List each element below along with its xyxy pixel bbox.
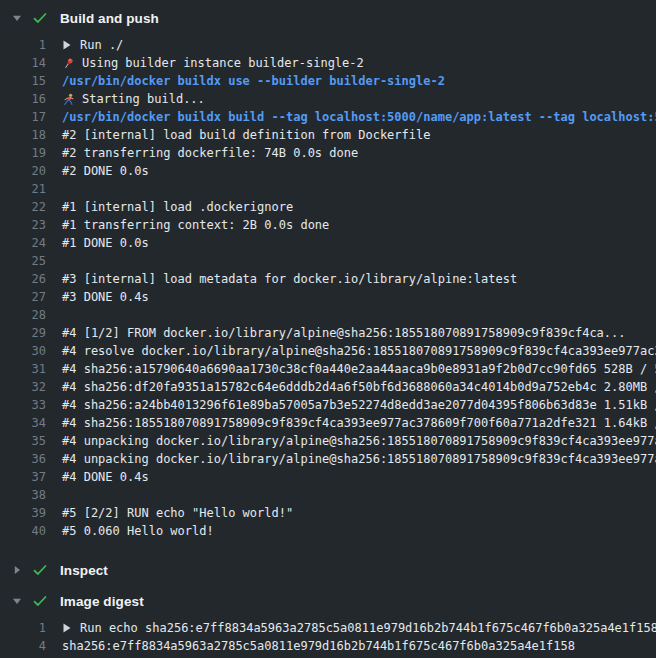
log-line-number[interactable]: 22 bbox=[0, 198, 62, 216]
log-group-header[interactable]: Image digest bbox=[0, 588, 656, 614]
log-line-number[interactable]: 30 bbox=[0, 342, 62, 360]
chevron-down-icon bbox=[12, 596, 22, 606]
group-caret bbox=[10, 13, 32, 23]
log-line-number[interactable]: 4 bbox=[0, 637, 62, 655]
log-line-number[interactable]: 21 bbox=[0, 180, 62, 198]
log-line-number[interactable]: 27 bbox=[0, 288, 62, 306]
log-group: Build and push 1 Run ./ 14 Using builder… bbox=[0, 5, 656, 552]
log-line-text: Run echo sha256:e7ff8834a5963a2785c5a081… bbox=[62, 619, 656, 637]
log-line-number[interactable]: 16 bbox=[0, 90, 62, 108]
log-line: 15 /usr/bin/docker buildx use --builder … bbox=[0, 72, 656, 90]
log-line-number[interactable]: 14 bbox=[0, 54, 62, 72]
log-group-header[interactable]: Build and push bbox=[0, 5, 656, 31]
chevron-down-icon bbox=[12, 13, 22, 23]
log-line-text: Using builder instance builder-single-2 bbox=[62, 54, 364, 72]
log-line: 38 bbox=[0, 486, 656, 504]
log-groups-container: Build and push 1 Run ./ 14 Using builder… bbox=[0, 5, 656, 658]
log-line: 40 #5 0.060 Hello world! bbox=[0, 522, 656, 540]
check-icon bbox=[32, 10, 48, 26]
log-line: 30 #4 resolve docker.io/library/alpine@s… bbox=[0, 342, 656, 360]
log-line-number[interactable]: 24 bbox=[0, 234, 62, 252]
log-line-text: #2 [internal] load build definition from… bbox=[62, 126, 430, 144]
log-line-number[interactable]: 38 bbox=[0, 486, 62, 504]
chevron-right-icon bbox=[12, 565, 22, 575]
log-line: 4 sha256:e7ff8834a5963a2785c5a0811e979d1… bbox=[0, 637, 656, 655]
log-line: 37 #4 DONE 0.4s bbox=[0, 468, 656, 486]
log-line-text: Run ./ bbox=[62, 36, 123, 54]
log-line: 27 #3 DONE 0.4s bbox=[0, 288, 656, 306]
log-line-number[interactable]: 1 bbox=[0, 619, 62, 637]
log-line: 18 #2 [internal] load build definition f… bbox=[0, 126, 656, 144]
log-line: 23 #1 transferring context: 2B 0.0s done bbox=[0, 216, 656, 234]
log-line: 26 #3 [internal] load metadata for docke… bbox=[0, 270, 656, 288]
log-group-title: Build and push bbox=[60, 11, 159, 26]
log-group-title: Image digest bbox=[60, 594, 144, 609]
log-line: 20 #2 DONE 0.0s bbox=[0, 162, 656, 180]
log-line: 32 #4 sha256:df20fa9351a15782c64e6dddb2d… bbox=[0, 378, 656, 396]
log-line-number[interactable]: 19 bbox=[0, 144, 62, 162]
log-line-number[interactable]: 20 bbox=[0, 162, 62, 180]
log-line: 35 #4 unpacking docker.io/library/alpine… bbox=[0, 432, 656, 450]
group-status bbox=[32, 593, 60, 609]
log-line-number[interactable]: 25 bbox=[0, 252, 62, 270]
log-line-number[interactable]: 35 bbox=[0, 432, 62, 450]
group-caret bbox=[10, 565, 32, 575]
log-line: 34 #4 sha256:185518070891758909c9f839cf4… bbox=[0, 414, 656, 432]
actions-log-viewer: Build and push 1 Run ./ 14 Using builder… bbox=[0, 0, 656, 658]
log-line-number[interactable]: 15 bbox=[0, 72, 62, 90]
log-line-text: #2 DONE 0.0s bbox=[62, 162, 149, 180]
log-line: 33 #4 sha256:a24bb4013296f61e89ba57005a7… bbox=[0, 396, 656, 414]
log-line-number[interactable]: 33 bbox=[0, 396, 62, 414]
log-group-title: Inspect bbox=[60, 563, 108, 578]
log-line-number[interactable]: 40 bbox=[0, 522, 62, 540]
log-line-text: #5 [2/2] RUN echo "Hello world!" bbox=[62, 504, 293, 522]
log-line-number[interactable]: 28 bbox=[0, 306, 62, 324]
log-line-number[interactable]: 37 bbox=[0, 468, 62, 486]
group-caret bbox=[10, 596, 32, 606]
log-line: 29 #4 [1/2] FROM docker.io/library/alpin… bbox=[0, 324, 656, 342]
log-line-number[interactable]: 23 bbox=[0, 216, 62, 234]
log-line-number[interactable]: 26 bbox=[0, 270, 62, 288]
log-line-number[interactable]: 39 bbox=[0, 504, 62, 522]
log-lines-block: 1 Run echo sha256:e7ff8834a5963a2785c5a0… bbox=[0, 614, 656, 658]
log-line-number[interactable]: 36 bbox=[0, 450, 62, 468]
log-line: 24 #1 DONE 0.0s bbox=[0, 234, 656, 252]
log-line-text: #4 sha256:df20fa9351a15782c64e6dddb2d4a6… bbox=[62, 378, 656, 396]
log-line-number[interactable]: 1 bbox=[0, 36, 62, 54]
log-line-text: #3 [internal] load metadata for docker.i… bbox=[62, 270, 517, 288]
log-line-text: sha256:e7ff8834a5963a2785c5a0811e979d16b… bbox=[62, 637, 575, 655]
group-status bbox=[32, 562, 60, 578]
log-line: 17 /usr/bin/docker buildx build --tag lo… bbox=[0, 108, 656, 126]
log-line-text: #4 sha256:a24bb4013296f61e89ba57005a7b3e… bbox=[62, 396, 656, 414]
log-line: 1 Run echo sha256:e7ff8834a5963a2785c5a0… bbox=[0, 619, 656, 637]
log-line: 21 bbox=[0, 180, 656, 198]
pushpin-icon bbox=[62, 57, 75, 70]
log-line: 16 Starting build... bbox=[0, 90, 656, 108]
log-line-text: #2 transferring dockerfile: 74B 0.0s don… bbox=[62, 144, 358, 162]
log-line-text: #4 unpacking docker.io/library/alpine@sh… bbox=[62, 450, 656, 468]
log-line-text: #4 DONE 0.4s bbox=[62, 468, 149, 486]
log-line-number[interactable]: 32 bbox=[0, 378, 62, 396]
play-icon[interactable] bbox=[63, 623, 71, 633]
log-line-number[interactable]: 17 bbox=[0, 108, 62, 126]
play-icon[interactable] bbox=[63, 40, 71, 50]
log-line: 25 bbox=[0, 252, 656, 270]
log-line-text: #4 unpacking docker.io/library/alpine@sh… bbox=[62, 432, 656, 450]
log-line-number[interactable]: 31 bbox=[0, 360, 62, 378]
log-line-text: #3 DONE 0.4s bbox=[62, 288, 149, 306]
log-line-number[interactable]: 29 bbox=[0, 324, 62, 342]
log-line-text: /usr/bin/docker buildx use --builder bui… bbox=[62, 72, 445, 90]
log-line-text: #4 sha256:a15790640a6690aa1730c38cf0a440… bbox=[62, 360, 656, 378]
log-group: Image digest 1 Run echo sha256:e7ff8834a… bbox=[0, 588, 656, 658]
check-icon bbox=[32, 593, 48, 609]
log-lines-block: 1 Run ./ 14 Using builder instance build… bbox=[0, 31, 656, 552]
log-line-text: #5 0.060 Hello world! bbox=[62, 522, 214, 540]
log-group-header[interactable]: Inspect bbox=[0, 557, 656, 583]
log-line-number[interactable]: 34 bbox=[0, 414, 62, 432]
log-line: 1 Run ./ bbox=[0, 36, 656, 54]
log-line: 22 #1 [internal] load .dockerignore bbox=[0, 198, 656, 216]
log-line-text: /usr/bin/docker buildx build --tag local… bbox=[62, 108, 656, 126]
log-line-text: #1 transferring context: 2B 0.0s done bbox=[62, 216, 329, 234]
log-line-text: #4 sha256:185518070891758909c9f839cf4ca3… bbox=[62, 414, 656, 432]
log-line-number[interactable]: 18 bbox=[0, 126, 62, 144]
